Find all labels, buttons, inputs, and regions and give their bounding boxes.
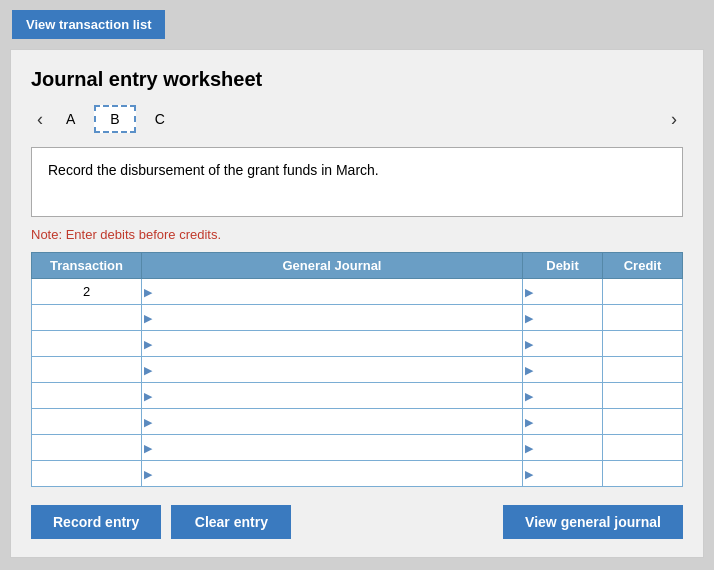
debit-input[interactable] xyxy=(523,305,602,330)
debit-cell[interactable]: ▶ xyxy=(523,305,603,331)
general-journal-input[interactable] xyxy=(142,383,522,408)
record-entry-button[interactable]: Record entry xyxy=(31,505,161,539)
cell-arrow-icon: ▶ xyxy=(525,415,533,428)
debit-cell[interactable]: ▶ xyxy=(523,383,603,409)
view-transaction-list-button[interactable]: View transaction list xyxy=(12,10,165,39)
clear-entry-button[interactable]: Clear entry xyxy=(171,505,291,539)
journal-table: Transaction General Journal Debit Credit… xyxy=(31,252,683,487)
credit-input[interactable] xyxy=(603,435,682,460)
debit-cell[interactable]: ▶ xyxy=(523,461,603,487)
debit-cell[interactable]: ▶ xyxy=(523,331,603,357)
cell-arrow-icon: ▶ xyxy=(144,467,152,480)
credit-cell[interactable] xyxy=(603,383,683,409)
debit-input[interactable] xyxy=(523,357,602,382)
credit-cell[interactable] xyxy=(603,357,683,383)
debit-input[interactable] xyxy=(523,383,602,408)
debit-cell[interactable]: ▶ xyxy=(523,435,603,461)
cell-arrow-icon: ▶ xyxy=(525,363,533,376)
cell-arrow-icon: ▶ xyxy=(525,441,533,454)
credit-input[interactable] xyxy=(603,331,682,356)
general-journal-input[interactable] xyxy=(142,305,522,330)
action-buttons: Record entry Clear entry View general jo… xyxy=(31,505,683,539)
transaction-cell: 2 xyxy=(32,279,142,305)
cell-arrow-icon: ▶ xyxy=(144,337,152,350)
transaction-cell xyxy=(32,409,142,435)
cell-arrow-icon: ▶ xyxy=(525,467,533,480)
general-journal-cell[interactable]: ▶ xyxy=(142,305,523,331)
table-row: 2▶▶ xyxy=(32,279,683,305)
credit-input[interactable] xyxy=(603,305,682,330)
cell-arrow-icon: ▶ xyxy=(144,441,152,454)
view-general-journal-button[interactable]: View general journal xyxy=(503,505,683,539)
general-journal-cell[interactable]: ▶ xyxy=(142,331,523,357)
transaction-cell xyxy=(32,331,142,357)
debit-input[interactable] xyxy=(523,435,602,460)
table-row: ▶▶ xyxy=(32,409,683,435)
table-row: ▶▶ xyxy=(32,435,683,461)
tab-navigation: ‹ A B C › xyxy=(31,105,683,133)
table-row: ▶▶ xyxy=(32,461,683,487)
transaction-cell xyxy=(32,383,142,409)
cell-arrow-icon: ▶ xyxy=(525,389,533,402)
table-row: ▶▶ xyxy=(32,305,683,331)
general-journal-cell[interactable]: ▶ xyxy=(142,279,523,305)
general-journal-cell[interactable]: ▶ xyxy=(142,461,523,487)
credit-cell[interactable] xyxy=(603,305,683,331)
general-journal-cell[interactable]: ▶ xyxy=(142,383,523,409)
cell-arrow-icon: ▶ xyxy=(525,311,533,324)
general-journal-cell[interactable]: ▶ xyxy=(142,409,523,435)
tab-next-chevron[interactable]: › xyxy=(665,109,683,130)
credit-input[interactable] xyxy=(603,461,682,486)
debit-cell[interactable]: ▶ xyxy=(523,357,603,383)
instruction-text: Record the disbursement of the grant fun… xyxy=(31,147,683,217)
table-row: ▶▶ xyxy=(32,357,683,383)
general-journal-cell[interactable]: ▶ xyxy=(142,357,523,383)
credit-cell[interactable] xyxy=(603,409,683,435)
credit-cell[interactable] xyxy=(603,279,683,305)
col-header-credit: Credit xyxy=(603,253,683,279)
general-journal-cell[interactable]: ▶ xyxy=(142,435,523,461)
cell-arrow-icon: ▶ xyxy=(144,285,152,298)
general-journal-input[interactable] xyxy=(142,279,522,304)
cell-arrow-icon: ▶ xyxy=(525,337,533,350)
credit-input[interactable] xyxy=(603,279,682,304)
cell-arrow-icon: ▶ xyxy=(144,311,152,324)
credit-input[interactable] xyxy=(603,383,682,408)
transaction-cell xyxy=(32,357,142,383)
debit-input[interactable] xyxy=(523,331,602,356)
cell-arrow-icon: ▶ xyxy=(144,415,152,428)
table-row: ▶▶ xyxy=(32,331,683,357)
transaction-cell xyxy=(32,305,142,331)
credit-input[interactable] xyxy=(603,357,682,382)
worksheet-title: Journal entry worksheet xyxy=(31,68,683,91)
general-journal-input[interactable] xyxy=(142,331,522,356)
cell-arrow-icon: ▶ xyxy=(144,363,152,376)
cell-arrow-icon: ▶ xyxy=(525,285,533,298)
credit-cell[interactable] xyxy=(603,461,683,487)
note-text: Note: Enter debits before credits. xyxy=(31,227,683,242)
tab-A[interactable]: A xyxy=(51,106,90,132)
debit-input[interactable] xyxy=(523,279,602,304)
cell-arrow-icon: ▶ xyxy=(144,389,152,402)
tab-B[interactable]: B xyxy=(94,105,135,133)
transaction-cell xyxy=(32,435,142,461)
credit-cell[interactable] xyxy=(603,435,683,461)
general-journal-input[interactable] xyxy=(142,409,522,434)
col-header-general-journal: General Journal xyxy=(142,253,523,279)
general-journal-input[interactable] xyxy=(142,357,522,382)
col-header-debit: Debit xyxy=(523,253,603,279)
table-row: ▶▶ xyxy=(32,383,683,409)
debit-input[interactable] xyxy=(523,409,602,434)
general-journal-input[interactable] xyxy=(142,461,522,486)
col-header-transaction: Transaction xyxy=(32,253,142,279)
general-journal-input[interactable] xyxy=(142,435,522,460)
debit-cell[interactable]: ▶ xyxy=(523,409,603,435)
tab-prev-chevron[interactable]: ‹ xyxy=(31,109,49,130)
tab-C[interactable]: C xyxy=(140,106,180,132)
credit-input[interactable] xyxy=(603,409,682,434)
debit-input[interactable] xyxy=(523,461,602,486)
credit-cell[interactable] xyxy=(603,331,683,357)
debit-cell[interactable]: ▶ xyxy=(523,279,603,305)
transaction-cell xyxy=(32,461,142,487)
